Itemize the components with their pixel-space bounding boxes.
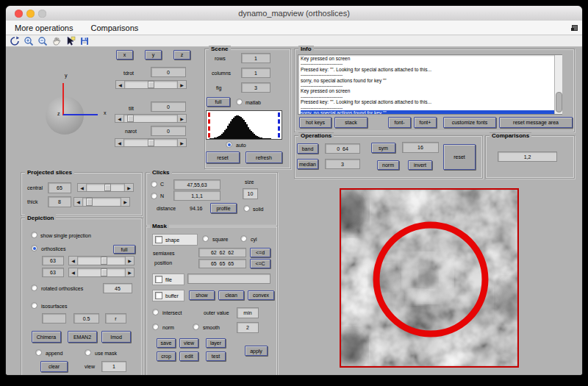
slider-arrow-right-icon[interactable]: ▶ [121,198,129,206]
use-mask-radio[interactable] [85,349,91,356]
scene-reset-button[interactable]: reset [206,151,240,163]
size-value[interactable]: 10 [243,188,258,199]
tilt-slider[interactable]: ◀ ▶ [115,114,187,123]
mask-clean-button[interactable]: clean [218,290,244,300]
median-value[interactable]: 3 [325,159,360,169]
mask-crop-button[interactable]: crop [157,351,176,361]
datatip-cursor-icon[interactable] [65,35,76,46]
mask-file-field[interactable] [187,274,270,284]
mask-test-button[interactable]: test [206,351,226,361]
orientation-sphere[interactable] [46,96,84,135]
stack-button[interactable]: stack [334,117,368,128]
smooth-radio[interactable] [193,324,199,330]
slider-arrow-left-icon[interactable]: ◀ [69,257,78,265]
slider-arrow-left-icon[interactable]: ◀ [74,198,83,206]
central-slider[interactable]: ◀ ▶ [77,183,134,192]
slider-arrow-right-icon[interactable]: ▶ [125,268,134,276]
save-icon[interactable] [79,35,90,46]
font-minus-button[interactable]: font- [388,117,411,128]
info-listbox[interactable]: Key pressed on screen-------------------… [298,54,562,115]
slice-viewer[interactable] [340,188,519,368]
customize-fonts-button[interactable]: customize fonts [443,117,496,128]
checkbox-box[interactable] [155,276,162,283]
rows-value[interactable]: 1 [241,53,270,63]
click-n-value[interactable]: 1,1,1 [173,190,220,201]
orthoslices-radio[interactable] [31,245,37,251]
columns-value[interactable]: 1 [241,68,270,78]
menu-comparisons[interactable]: Comparisons [91,24,139,32]
menu-extra-icon[interactable] [571,25,578,31]
narot-value[interactable]: 0 [151,126,186,136]
matlab-radio[interactable] [236,99,243,105]
info-line[interactable]: Pressed key: "". Looking for special act… [301,67,559,72]
pan-hand-icon[interactable] [51,35,62,46]
slice2-slider[interactable]: ◀ ▶ [68,268,135,277]
slice1-value[interactable]: 63 [42,256,64,265]
click-n-radio[interactable] [151,193,157,199]
sym-value[interactable]: 16 [402,142,439,153]
info-line[interactable]: -------------------------- [301,94,559,99]
zoom-in-icon[interactable] [23,35,35,46]
iso-value-2[interactable]: 0.5 [74,313,99,324]
median-button[interactable]: median [297,159,318,169]
info-scrollbar[interactable] [554,55,562,114]
checkbox-box[interactable] [155,236,162,243]
info-scrollbar-thumb[interactable] [556,92,562,112]
info-line[interactable]: sorry, no special actions found for key … [301,78,559,83]
view-value[interactable]: 1 [101,361,126,372]
intersect-radio[interactable] [152,309,159,315]
band-value[interactable]: 0 64 [325,143,360,154]
histogram-lower-bound-line[interactable] [208,112,210,137]
menu-more-operations[interactable]: More operations [15,24,74,32]
tilt-value[interactable]: 0 [151,101,186,112]
square-radio[interactable] [202,235,209,242]
slider-thumb[interactable] [104,184,111,191]
single-projection-radio[interactable] [31,232,37,238]
position-value[interactable]: 65 65 65 [198,259,246,268]
rotated-orthoslices-radio[interactable] [31,285,37,291]
buffer-checkbox[interactable]: buffer [152,290,184,301]
iso-value-1[interactable] [42,313,66,324]
reset-message-area-button[interactable]: reset message area [499,117,573,128]
mask-show-button[interactable]: show [189,290,215,300]
smooth-value[interactable]: 2 [237,322,259,333]
checkbox-box[interactable] [155,292,162,299]
iso-value-3[interactable]: r [105,313,126,324]
invert-button[interactable]: invert [408,160,432,170]
slider-thumb[interactable] [148,139,154,146]
info-line[interactable]: sorry, no special actions found for key … [301,110,559,115]
axis-y-button[interactable]: y [145,50,162,60]
profile-button[interactable]: profile [210,203,237,213]
click-c-value[interactable]: 47,55,63 [173,179,220,190]
mask-layer-button[interactable]: layer [206,338,226,348]
slider-arrow-right-icon[interactable]: ▶ [177,81,186,88]
depiction-full-button[interactable]: full [113,245,135,254]
info-line[interactable]: Key pressed on screen [301,56,559,61]
slider-trough[interactable] [124,139,177,146]
central-value[interactable]: 65 [48,182,71,193]
mask-save-button[interactable]: save [157,338,176,348]
tdrot-value[interactable]: 0 [151,67,186,77]
file-checkbox[interactable]: file [152,274,184,285]
semiaxes-value[interactable]: 62 62 62 [198,248,246,257]
axis-z-button[interactable]: z [173,50,190,60]
eman2-button[interactable]: EMAN2 [68,331,97,343]
hot-keys-button[interactable]: hot keys [299,117,331,128]
slider-thumb[interactable] [148,81,154,88]
operations-reset-button[interactable]: reset [443,144,476,170]
zoom-out-icon[interactable] [37,35,49,46]
slider-thumb[interactable] [86,198,93,206]
info-line[interactable]: -------------------------- [301,105,559,110]
slice1-slider[interactable]: ◀ ▶ [68,256,135,265]
slider-arrow-right-icon[interactable]: ▶ [125,257,134,265]
copy-d-button[interactable]: <=d [250,248,270,257]
mask-edit-button[interactable]: edit [179,351,198,361]
slider-arrow-left-icon[interactable]: ◀ [116,81,125,88]
slider-arrow-right-icon[interactable]: ▶ [124,184,133,191]
mask-norm-radio[interactable] [152,324,159,330]
info-line[interactable]: Key pressed on screen [301,88,559,93]
slider-arrow-left-icon[interactable]: ◀ [115,115,124,122]
info-line[interactable]: -------------------------- [301,72,559,77]
slider-trough[interactable] [83,198,121,206]
thick-value[interactable]: 8 [48,196,71,207]
